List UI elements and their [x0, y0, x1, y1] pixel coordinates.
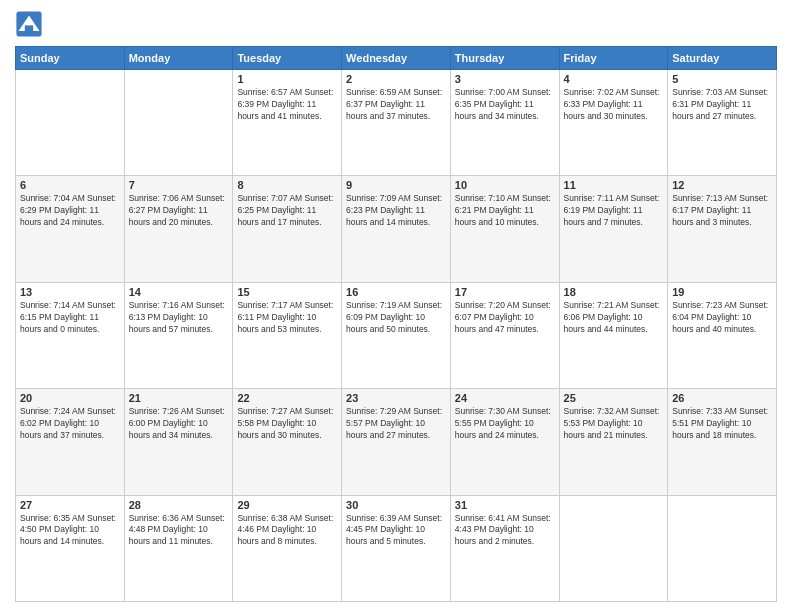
- day-number: 22: [237, 392, 337, 404]
- day-number: 23: [346, 392, 446, 404]
- calendar-cell: 19Sunrise: 7:23 AM Sunset: 6:04 PM Dayli…: [668, 282, 777, 388]
- calendar-cell: 25Sunrise: 7:32 AM Sunset: 5:53 PM Dayli…: [559, 389, 668, 495]
- day-info: Sunrise: 7:07 AM Sunset: 6:25 PM Dayligh…: [237, 193, 337, 229]
- day-number: 16: [346, 286, 446, 298]
- day-number: 15: [237, 286, 337, 298]
- header: [15, 10, 777, 38]
- calendar-header-row: SundayMondayTuesdayWednesdayThursdayFrid…: [16, 47, 777, 70]
- calendar: SundayMondayTuesdayWednesdayThursdayFrid…: [15, 46, 777, 602]
- day-number: 11: [564, 179, 664, 191]
- day-number: 6: [20, 179, 120, 191]
- day-number: 13: [20, 286, 120, 298]
- calendar-cell: 4Sunrise: 7:02 AM Sunset: 6:33 PM Daylig…: [559, 70, 668, 176]
- calendar-cell: 8Sunrise: 7:07 AM Sunset: 6:25 PM Daylig…: [233, 176, 342, 282]
- calendar-week-row: 1Sunrise: 6:57 AM Sunset: 6:39 PM Daylig…: [16, 70, 777, 176]
- day-info: Sunrise: 6:36 AM Sunset: 4:48 PM Dayligh…: [129, 513, 229, 549]
- day-number: 29: [237, 499, 337, 511]
- day-info: Sunrise: 7:04 AM Sunset: 6:29 PM Dayligh…: [20, 193, 120, 229]
- day-number: 9: [346, 179, 446, 191]
- calendar-cell: 16Sunrise: 7:19 AM Sunset: 6:09 PM Dayli…: [342, 282, 451, 388]
- calendar-cell: 28Sunrise: 6:36 AM Sunset: 4:48 PM Dayli…: [124, 495, 233, 601]
- calendar-cell: 6Sunrise: 7:04 AM Sunset: 6:29 PM Daylig…: [16, 176, 125, 282]
- day-number: 20: [20, 392, 120, 404]
- day-info: Sunrise: 6:35 AM Sunset: 4:50 PM Dayligh…: [20, 513, 120, 549]
- day-info: Sunrise: 6:41 AM Sunset: 4:43 PM Dayligh…: [455, 513, 555, 549]
- calendar-cell: 23Sunrise: 7:29 AM Sunset: 5:57 PM Dayli…: [342, 389, 451, 495]
- day-info: Sunrise: 7:09 AM Sunset: 6:23 PM Dayligh…: [346, 193, 446, 229]
- calendar-cell: [124, 70, 233, 176]
- day-info: Sunrise: 6:39 AM Sunset: 4:45 PM Dayligh…: [346, 513, 446, 549]
- calendar-cell: 1Sunrise: 6:57 AM Sunset: 6:39 PM Daylig…: [233, 70, 342, 176]
- day-info: Sunrise: 7:19 AM Sunset: 6:09 PM Dayligh…: [346, 300, 446, 336]
- calendar-week-row: 27Sunrise: 6:35 AM Sunset: 4:50 PM Dayli…: [16, 495, 777, 601]
- day-info: Sunrise: 7:26 AM Sunset: 6:00 PM Dayligh…: [129, 406, 229, 442]
- day-info: Sunrise: 7:30 AM Sunset: 5:55 PM Dayligh…: [455, 406, 555, 442]
- day-info: Sunrise: 7:10 AM Sunset: 6:21 PM Dayligh…: [455, 193, 555, 229]
- day-number: 27: [20, 499, 120, 511]
- calendar-cell: [559, 495, 668, 601]
- calendar-cell: 22Sunrise: 7:27 AM Sunset: 5:58 PM Dayli…: [233, 389, 342, 495]
- calendar-cell: 11Sunrise: 7:11 AM Sunset: 6:19 PM Dayli…: [559, 176, 668, 282]
- day-number: 1: [237, 73, 337, 85]
- calendar-cell: [668, 495, 777, 601]
- day-info: Sunrise: 7:14 AM Sunset: 6:15 PM Dayligh…: [20, 300, 120, 336]
- day-of-week-header: Wednesday: [342, 47, 451, 70]
- day-info: Sunrise: 6:59 AM Sunset: 6:37 PM Dayligh…: [346, 87, 446, 123]
- day-info: Sunrise: 7:03 AM Sunset: 6:31 PM Dayligh…: [672, 87, 772, 123]
- day-number: 18: [564, 286, 664, 298]
- calendar-cell: 26Sunrise: 7:33 AM Sunset: 5:51 PM Dayli…: [668, 389, 777, 495]
- day-info: Sunrise: 7:02 AM Sunset: 6:33 PM Dayligh…: [564, 87, 664, 123]
- day-info: Sunrise: 7:20 AM Sunset: 6:07 PM Dayligh…: [455, 300, 555, 336]
- day-number: 14: [129, 286, 229, 298]
- calendar-cell: 31Sunrise: 6:41 AM Sunset: 4:43 PM Dayli…: [450, 495, 559, 601]
- day-info: Sunrise: 6:38 AM Sunset: 4:46 PM Dayligh…: [237, 513, 337, 549]
- day-info: Sunrise: 7:33 AM Sunset: 5:51 PM Dayligh…: [672, 406, 772, 442]
- day-info: Sunrise: 7:00 AM Sunset: 6:35 PM Dayligh…: [455, 87, 555, 123]
- day-number: 5: [672, 73, 772, 85]
- calendar-cell: 10Sunrise: 7:10 AM Sunset: 6:21 PM Dayli…: [450, 176, 559, 282]
- day-number: 10: [455, 179, 555, 191]
- logo: [15, 10, 47, 38]
- calendar-cell: 20Sunrise: 7:24 AM Sunset: 6:02 PM Dayli…: [16, 389, 125, 495]
- day-info: Sunrise: 6:57 AM Sunset: 6:39 PM Dayligh…: [237, 87, 337, 123]
- calendar-cell: 21Sunrise: 7:26 AM Sunset: 6:00 PM Dayli…: [124, 389, 233, 495]
- calendar-cell: 14Sunrise: 7:16 AM Sunset: 6:13 PM Dayli…: [124, 282, 233, 388]
- day-number: 19: [672, 286, 772, 298]
- day-info: Sunrise: 7:24 AM Sunset: 6:02 PM Dayligh…: [20, 406, 120, 442]
- calendar-cell: 5Sunrise: 7:03 AM Sunset: 6:31 PM Daylig…: [668, 70, 777, 176]
- day-info: Sunrise: 7:21 AM Sunset: 6:06 PM Dayligh…: [564, 300, 664, 336]
- day-number: 8: [237, 179, 337, 191]
- calendar-cell: 7Sunrise: 7:06 AM Sunset: 6:27 PM Daylig…: [124, 176, 233, 282]
- calendar-cell: 9Sunrise: 7:09 AM Sunset: 6:23 PM Daylig…: [342, 176, 451, 282]
- day-number: 25: [564, 392, 664, 404]
- day-info: Sunrise: 7:27 AM Sunset: 5:58 PM Dayligh…: [237, 406, 337, 442]
- day-number: 30: [346, 499, 446, 511]
- logo-icon: [15, 10, 43, 38]
- day-of-week-header: Tuesday: [233, 47, 342, 70]
- page: SundayMondayTuesdayWednesdayThursdayFrid…: [0, 0, 792, 612]
- day-info: Sunrise: 7:29 AM Sunset: 5:57 PM Dayligh…: [346, 406, 446, 442]
- calendar-week-row: 13Sunrise: 7:14 AM Sunset: 6:15 PM Dayli…: [16, 282, 777, 388]
- day-number: 31: [455, 499, 555, 511]
- calendar-cell: [16, 70, 125, 176]
- day-number: 4: [564, 73, 664, 85]
- calendar-cell: 24Sunrise: 7:30 AM Sunset: 5:55 PM Dayli…: [450, 389, 559, 495]
- day-number: 3: [455, 73, 555, 85]
- day-of-week-header: Friday: [559, 47, 668, 70]
- day-info: Sunrise: 7:16 AM Sunset: 6:13 PM Dayligh…: [129, 300, 229, 336]
- calendar-cell: 12Sunrise: 7:13 AM Sunset: 6:17 PM Dayli…: [668, 176, 777, 282]
- calendar-cell: 29Sunrise: 6:38 AM Sunset: 4:46 PM Dayli…: [233, 495, 342, 601]
- svg-rect-2: [25, 25, 33, 31]
- calendar-cell: 18Sunrise: 7:21 AM Sunset: 6:06 PM Dayli…: [559, 282, 668, 388]
- day-info: Sunrise: 7:13 AM Sunset: 6:17 PM Dayligh…: [672, 193, 772, 229]
- day-number: 17: [455, 286, 555, 298]
- day-number: 12: [672, 179, 772, 191]
- calendar-cell: 17Sunrise: 7:20 AM Sunset: 6:07 PM Dayli…: [450, 282, 559, 388]
- day-of-week-header: Monday: [124, 47, 233, 70]
- calendar-cell: 15Sunrise: 7:17 AM Sunset: 6:11 PM Dayli…: [233, 282, 342, 388]
- calendar-cell: 13Sunrise: 7:14 AM Sunset: 6:15 PM Dayli…: [16, 282, 125, 388]
- calendar-cell: 2Sunrise: 6:59 AM Sunset: 6:37 PM Daylig…: [342, 70, 451, 176]
- day-number: 21: [129, 392, 229, 404]
- calendar-week-row: 6Sunrise: 7:04 AM Sunset: 6:29 PM Daylig…: [16, 176, 777, 282]
- day-of-week-header: Thursday: [450, 47, 559, 70]
